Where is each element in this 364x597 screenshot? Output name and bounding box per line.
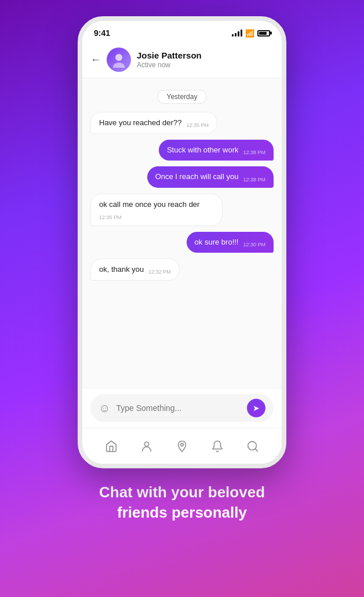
back-button[interactable]: ← <box>90 54 101 66</box>
contact-status: Active now <box>137 61 274 69</box>
input-bar: ☺ ➤ <box>82 388 282 428</box>
footer-line1: Chat with your beloved <box>99 482 265 503</box>
footer-line2: friends personally <box>99 503 265 523</box>
message-text: ok, thank you <box>99 264 144 275</box>
message-row: Once I reach will call you12:38 PM <box>90 166 274 187</box>
wifi-icon: 📶 <box>245 29 254 38</box>
nav-notifications[interactable] <box>205 434 230 459</box>
message-bubble: Once I reach will call you12:38 PM <box>147 166 274 187</box>
message-time: 12:30 PM <box>243 242 265 247</box>
message-text: ok call me once you reach der <box>99 199 199 210</box>
send-button[interactable]: ➤ <box>247 399 265 417</box>
profile-icon <box>140 440 153 453</box>
avatar <box>107 48 131 72</box>
signal-icon <box>232 30 242 37</box>
svg-line-5 <box>255 449 257 451</box>
message-text: Have you reached der?? <box>99 118 181 128</box>
bell-icon <box>211 440 224 453</box>
message-row: Have you reached der??12:35 PM <box>90 112 274 134</box>
svg-point-3 <box>181 443 184 446</box>
message-time: 12:38 PM <box>243 150 265 155</box>
chat-body[interactable]: Yesterday Have you reached der??12:35 PM… <box>82 78 282 388</box>
location-icon <box>176 440 188 453</box>
message-row: Stuck with other work12:38 PM <box>90 140 274 161</box>
message-row: ok call me once you reach der12:35 PM <box>90 194 274 226</box>
send-icon: ➤ <box>253 403 260 413</box>
home-icon <box>105 440 118 453</box>
status-icons: 📶 <box>232 29 270 38</box>
nav-location[interactable] <box>169 434 195 459</box>
date-badge: Yesterday <box>157 90 208 104</box>
search-icon <box>246 440 259 453</box>
svg-point-0 <box>115 54 122 61</box>
status-bar: 9:41 📶 <box>82 21 282 43</box>
message-time: 12:35 PM <box>186 122 209 128</box>
phone-wrapper: 9:41 📶 ← <box>78 16 286 468</box>
message-input[interactable] <box>116 403 241 413</box>
bottom-text: Chat with your beloved friends personall… <box>82 482 282 523</box>
message-time: 12:38 PM <box>243 177 265 183</box>
message-bubble: ok call me once you reach der12:35 PM <box>90 194 223 226</box>
contact-info: Josie Patterson Active now <box>137 50 274 69</box>
nav-profile[interactable] <box>134 434 159 459</box>
contact-name: Josie Patterson <box>137 50 274 61</box>
emoji-button[interactable]: ☺ <box>99 402 110 415</box>
nav-search[interactable] <box>240 434 265 459</box>
nav-home[interactable] <box>99 434 124 459</box>
message-text: ok sure bro!!! <box>195 237 239 247</box>
message-text: Stuck with other work <box>167 145 239 155</box>
message-row: ok, thank you12:32 PM <box>90 259 274 281</box>
message-bubble: Have you reached der??12:35 PM <box>90 112 217 134</box>
message-bubble: Stuck with other work12:38 PM <box>159 140 274 161</box>
battery-icon <box>257 30 270 37</box>
message-time: 12:32 PM <box>148 269 171 275</box>
message-bubble: ok sure bro!!!12:30 PM <box>187 232 274 253</box>
chat-header: ← Josie Patterson Active now <box>82 43 282 78</box>
message-bubble: ok, thank you12:32 PM <box>90 259 180 281</box>
bottom-nav <box>82 428 282 464</box>
svg-point-2 <box>145 442 149 446</box>
svg-point-1 <box>113 63 125 68</box>
message-text: Once I reach will call you <box>155 172 239 182</box>
status-time: 9:41 <box>94 28 110 38</box>
date-divider: Yesterday <box>90 90 274 104</box>
message-row: ok sure bro!!!12:30 PM <box>90 232 274 253</box>
message-time: 12:35 PM <box>99 214 122 220</box>
